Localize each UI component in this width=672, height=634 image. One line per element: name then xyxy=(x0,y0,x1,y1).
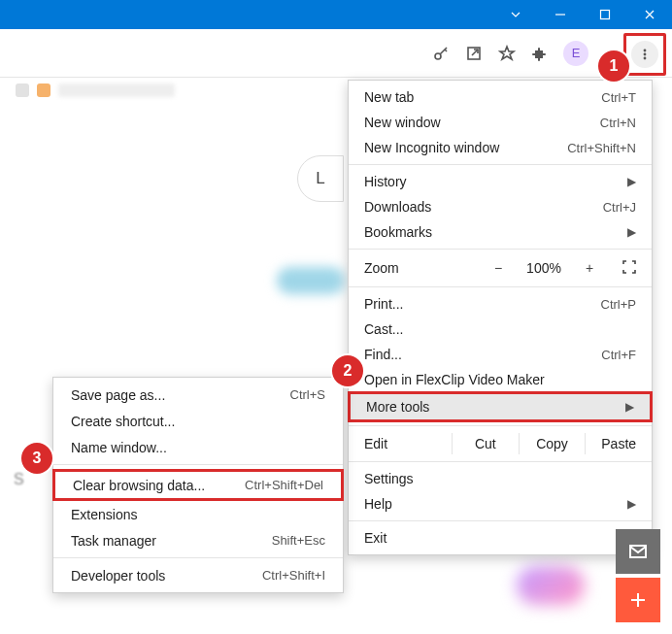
page-content-blurred: S xyxy=(14,471,24,488)
menu-item-find[interactable]: Find...Ctrl+F xyxy=(349,342,652,367)
menu-item-bookmarks[interactable]: Bookmarks▶ xyxy=(349,219,652,245)
zoom-in-button[interactable]: + xyxy=(580,260,599,276)
close-button[interactable] xyxy=(627,0,672,29)
svg-point-10 xyxy=(644,50,647,52)
star-icon[interactable] xyxy=(497,44,517,63)
paste-button[interactable]: Paste xyxy=(585,433,652,454)
menu-shortcut: Ctrl+F xyxy=(601,348,636,362)
svg-point-11 xyxy=(644,53,647,56)
menu-item-more-tools[interactable]: More tools▶ xyxy=(351,394,650,419)
annotation-badge-3: 3 xyxy=(21,443,52,474)
highlight-box-1 xyxy=(623,33,666,76)
menu-item-flexclip[interactable]: Open in FlexClip Video Maker xyxy=(349,367,652,392)
menu-label: Create shortcut... xyxy=(71,414,175,429)
menu-item-settings[interactable]: Settings xyxy=(349,466,652,491)
highlight-box-3: Clear browsing data...Ctrl+Shift+Del xyxy=(52,469,344,501)
zoom-value: 100% xyxy=(521,260,566,276)
menu-label: Settings xyxy=(364,471,414,486)
menu-item-exit[interactable]: Exit xyxy=(349,525,652,551)
svg-point-12 xyxy=(644,57,647,60)
menu-button[interactable] xyxy=(631,41,658,68)
menu-item-new-incognito[interactable]: New Incognito windowCtrl+Shift+N xyxy=(349,135,652,160)
menu-item-new-tab[interactable]: New tabCtrl+T xyxy=(349,84,652,110)
menu-shortcut: Ctrl+N xyxy=(600,116,636,130)
menu-shortcut: Ctrl+Shift+I xyxy=(262,568,325,583)
menu-label: New window xyxy=(364,115,441,130)
menu-label: Cast... xyxy=(364,321,403,337)
menu-item-history[interactable]: History▶ xyxy=(349,169,652,194)
minimize-button[interactable] xyxy=(538,0,583,29)
bookmark-favicon[interactable] xyxy=(16,83,29,97)
page-content-blurred xyxy=(517,566,585,605)
maximize-button[interactable] xyxy=(583,0,627,29)
zoom-label: Zoom xyxy=(364,260,399,276)
chevron-right-icon: ▶ xyxy=(627,175,636,188)
submenu-item-name-window[interactable]: Name window... xyxy=(53,434,343,460)
submenu-item-developer-tools[interactable]: Developer toolsCtrl+Shift+I xyxy=(53,562,343,588)
menu-item-edit: Edit Cut Copy Paste xyxy=(349,430,652,457)
menu-item-new-window[interactable]: New windowCtrl+N xyxy=(349,110,652,135)
menu-shortcut: Ctrl+Shift+N xyxy=(567,141,636,155)
menu-item-zoom: Zoom − 100% + xyxy=(349,253,652,283)
menu-separator xyxy=(53,557,343,558)
key-icon[interactable] xyxy=(431,44,451,63)
profile-avatar[interactable]: E xyxy=(563,41,588,66)
menu-shortcut: Shift+Esc xyxy=(272,533,325,548)
window-titlebar xyxy=(0,0,672,29)
tab-dropdown-icon[interactable] xyxy=(493,0,538,29)
menu-label: Save page as... xyxy=(71,387,165,403)
cut-button[interactable]: Cut xyxy=(452,433,519,454)
zoom-out-button[interactable]: − xyxy=(488,260,508,276)
submenu-item-clear-browsing-data[interactable]: Clear browsing data...Ctrl+Shift+Del xyxy=(55,472,341,498)
menu-separator xyxy=(349,286,652,287)
menu-label: New Incognito window xyxy=(364,140,499,155)
menu-label: Help xyxy=(364,496,392,512)
menu-separator xyxy=(53,464,343,465)
submenu-item-save-page[interactable]: Save page as...Ctrl+S xyxy=(53,382,343,408)
menu-label: New tab xyxy=(364,89,414,105)
more-tools-submenu: Save page as...Ctrl+S Create shortcut...… xyxy=(52,377,344,593)
copy-button[interactable]: Copy xyxy=(519,433,586,454)
submenu-item-extensions[interactable]: Extensions xyxy=(53,501,343,527)
menu-shortcut: Ctrl+Shift+Del xyxy=(245,478,323,492)
add-fab[interactable] xyxy=(616,578,660,622)
bookmark-favicon[interactable] xyxy=(37,83,50,97)
menu-item-help[interactable]: Help▶ xyxy=(349,491,652,517)
menu-shortcut: Ctrl+T xyxy=(601,90,636,105)
menu-item-downloads[interactable]: DownloadsCtrl+J xyxy=(349,194,652,219)
highlight-box-2: More tools▶ xyxy=(348,391,653,422)
menu-shortcut: Ctrl+J xyxy=(603,200,636,215)
menu-separator xyxy=(349,249,652,250)
submenu-item-create-shortcut[interactable]: Create shortcut... xyxy=(53,408,343,434)
menu-label: Print... xyxy=(364,296,403,312)
menu-label: Open in FlexClip Video Maker xyxy=(364,372,545,387)
svg-line-6 xyxy=(445,50,447,51)
menu-separator xyxy=(349,520,652,521)
extensions-icon[interactable] xyxy=(530,44,550,63)
menu-separator xyxy=(349,461,652,462)
mail-fab[interactable] xyxy=(616,529,660,574)
chevron-right-icon: ▶ xyxy=(627,497,636,511)
menu-item-print[interactable]: Print...Ctrl+P xyxy=(349,291,652,317)
menu-label: Task manager xyxy=(71,533,156,549)
page-content-blurred xyxy=(277,267,345,294)
menu-label: Bookmarks xyxy=(364,224,432,240)
menu-label: Name window... xyxy=(71,440,167,455)
menu-label: Developer tools xyxy=(71,568,165,584)
svg-line-8 xyxy=(472,50,478,55)
svg-marker-9 xyxy=(500,47,514,59)
fullscreen-button[interactable] xyxy=(622,260,636,277)
menu-item-cast[interactable]: Cast... xyxy=(349,317,652,342)
menu-label: Downloads xyxy=(364,199,431,215)
share-icon[interactable] xyxy=(464,44,484,63)
menu-shortcut: Ctrl+S xyxy=(290,387,325,402)
submenu-item-task-manager[interactable]: Task managerShift+Esc xyxy=(53,527,343,553)
svg-rect-1 xyxy=(601,11,610,19)
page-content-blurred: L xyxy=(297,155,344,202)
chevron-right-icon: ▶ xyxy=(625,400,634,414)
menu-separator xyxy=(349,164,652,165)
menu-label: Extensions xyxy=(71,507,137,522)
menu-label: Find... xyxy=(364,347,402,362)
bookmark-label-blurred xyxy=(58,83,175,97)
annotation-badge-2: 2 xyxy=(332,355,363,386)
